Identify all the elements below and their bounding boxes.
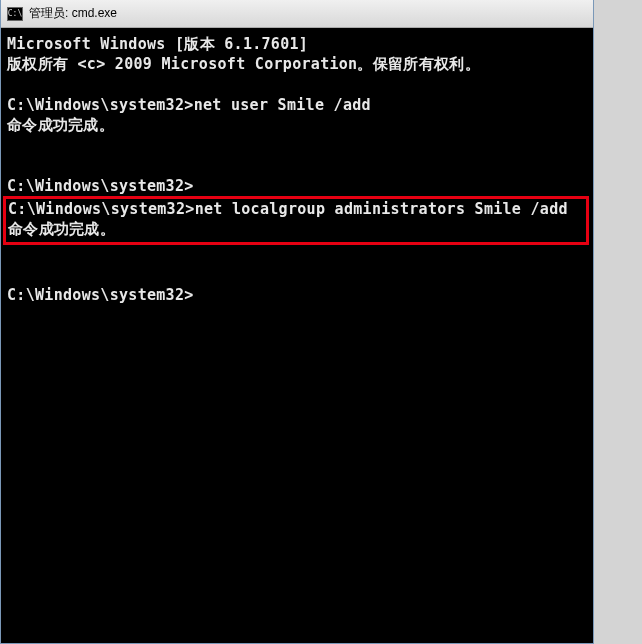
blank-line	[7, 265, 587, 285]
command-line-2: C:\Windows\system32>net localgroup admin…	[8, 199, 584, 219]
terminal-output[interactable]: Microsoft Windows [版本 6.1.7601]版权所有 <c> …	[1, 28, 593, 643]
blank-line	[7, 156, 587, 176]
cmd-window: C:\ 管理员: cmd.exe Microsoft Windows [版本 6…	[0, 0, 594, 644]
command-text: net user Smile /add	[194, 96, 371, 114]
version-line: Microsoft Windows [版本 6.1.7601]	[7, 34, 587, 54]
copyright-line: 版权所有 <c> 2009 Microsoft Corporation。保留所有…	[7, 54, 587, 74]
prompt-line: C:\Windows\system32>	[7, 176, 587, 196]
command-line-1: C:\Windows\system32>net user Smile /add	[7, 95, 587, 115]
prompt-line: C:\Windows\system32>	[7, 285, 587, 305]
blank-line	[7, 245, 587, 265]
cmd-icon: C:\	[7, 7, 23, 21]
titlebar[interactable]: C:\ 管理员: cmd.exe	[1, 0, 593, 28]
success-message: 命令成功完成。	[8, 219, 584, 239]
command-text: net localgroup administrators Smile /add	[195, 200, 568, 218]
success-message: 命令成功完成。	[7, 115, 587, 135]
blank-line	[7, 75, 587, 95]
prompt: C:\Windows\system32>	[7, 96, 194, 114]
blank-line	[7, 135, 587, 155]
window-title: 管理员: cmd.exe	[29, 5, 117, 22]
highlighted-command: C:\Windows\system32>net localgroup admin…	[3, 196, 589, 245]
prompt: C:\Windows\system32>	[8, 200, 195, 218]
